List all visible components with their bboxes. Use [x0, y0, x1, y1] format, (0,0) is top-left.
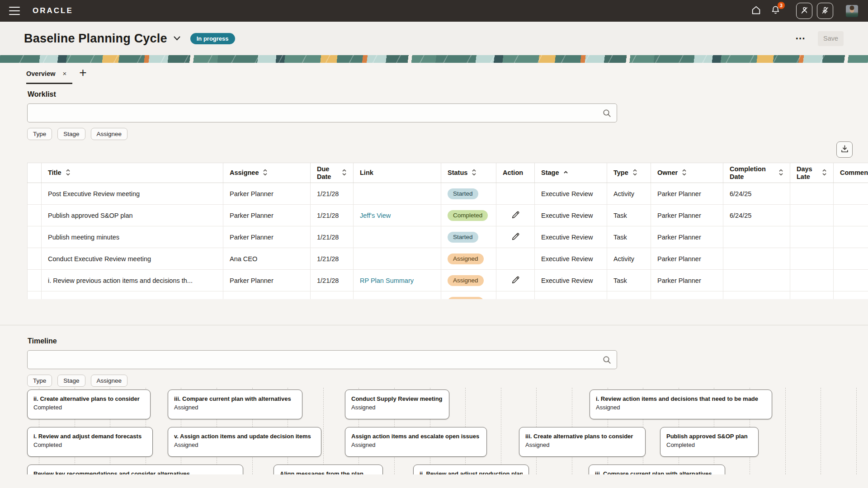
column-header-due_date[interactable]: Due Date — [311, 163, 354, 183]
add-tab-button[interactable]: + — [79, 66, 86, 80]
overflow-menu-button[interactable]: ⋯ — [795, 33, 806, 43]
filter-chip-stage[interactable]: Stage — [57, 128, 85, 140]
timeline-card[interactable]: iii. Compare current plan with alternati… — [589, 465, 725, 474]
tab-overview[interactable]: Overview × — [26, 70, 66, 77]
table-row[interactable]: i. Review previous action items and deci… — [28, 270, 868, 291]
column-header-completion_date[interactable]: Completion Date — [723, 163, 790, 183]
timeline-card-title: Align messages from the plan — [280, 469, 377, 474]
table-row[interactable]: Post Executive Review meetingParker Plan… — [28, 183, 868, 205]
timeline-search — [27, 350, 617, 369]
cell-link — [354, 183, 441, 205]
page-header: Baseline Planning Cycle In progress ⋯ Sa… — [0, 22, 868, 55]
edit-pencil-button[interactable] — [511, 211, 520, 221]
timeline-card-status: Assigned — [351, 403, 443, 412]
cell-type: Task — [607, 270, 651, 291]
worklist-search-input[interactable] — [27, 103, 617, 122]
column-label: Due Date — [317, 165, 338, 180]
cell-type: Activity — [607, 248, 651, 270]
column-label: Type — [613, 169, 628, 177]
row-link[interactable]: RP Plan Summary — [360, 277, 414, 284]
column-header-title[interactable]: Title — [42, 163, 223, 183]
oracle-logo: ORACLE — [33, 6, 73, 15]
timeline-card[interactable]: ii. Create alternative plans to consider… — [27, 389, 151, 419]
cell-due_date: 1/21/28 — [311, 248, 354, 270]
sort-ascending-icon[interactable] — [563, 169, 568, 178]
hamburger-menu-icon[interactable] — [9, 7, 20, 15]
table-row[interactable]: Conduct Executive Review meetingAna CEO1… — [28, 248, 868, 270]
cell-stage: Executive Review — [535, 183, 607, 205]
timeline-gridline — [501, 388, 501, 474]
column-label: Stage — [541, 169, 559, 177]
edit-pencil-button[interactable] — [511, 276, 520, 286]
filter-chip-type[interactable]: Type — [27, 375, 52, 387]
status-pill-assigned: Assigned — [448, 297, 484, 300]
timeline-card[interactable]: Assign action items and escalate open is… — [345, 427, 487, 457]
tab-close-icon[interactable]: × — [63, 70, 67, 77]
filter-chip-stage[interactable]: Stage — [57, 375, 85, 387]
mic-slash-icon — [820, 5, 830, 17]
column-label: Owner — [657, 169, 678, 177]
column-header-stage[interactable]: Stage — [535, 163, 607, 183]
sort-icon[interactable] — [472, 169, 476, 178]
column-header-type[interactable]: Type — [607, 163, 651, 183]
timeline-card-status: Assigned — [174, 441, 315, 449]
timeline-card[interactable]: v. Assign action items and update decisi… — [168, 427, 321, 457]
edit-pencil-button[interactable] — [511, 232, 520, 242]
column-header-days_late[interactable]: Days Late — [790, 163, 834, 183]
person-slash-icon — [799, 5, 809, 17]
cell-owner: Parker Planner — [651, 248, 723, 270]
cell-title: Conduct Executive Review meeting — [42, 248, 223, 270]
chevron-down-icon — [174, 35, 180, 42]
timeline-card[interactable]: Conduct Supply Review meetingAssigned — [345, 389, 449, 419]
user-avatar[interactable] — [846, 5, 858, 17]
timeline-card[interactable]: Align messages from the plan — [274, 465, 383, 474]
timeline-card[interactable]: Publish approved S&OP planCompleted — [660, 427, 759, 457]
row-link[interactable]: Jeff's View — [360, 212, 391, 219]
download-button[interactable] — [836, 141, 853, 158]
filter-chip-assignee[interactable]: Assignee — [91, 128, 128, 140]
home-button[interactable] — [751, 5, 761, 17]
assistant-button[interactable] — [796, 3, 812, 19]
column-header-assignee[interactable]: Assignee — [223, 163, 311, 183]
timeline-card[interactable]: i. Review and adjust demand forecastsCom… — [27, 427, 153, 457]
cell-assignee: Parker Planner — [223, 270, 311, 291]
table-row[interactable]: Assigned — [28, 291, 868, 300]
worklist-filter-bar: TypeStageAssignee — [27, 128, 868, 140]
table-row[interactable]: Publish approved S&OP planParker Planner… — [28, 205, 868, 226]
voice-assistant-button[interactable] — [817, 3, 833, 19]
title-dropdown-button[interactable] — [174, 35, 180, 42]
timeline-card[interactable]: Review key recommendations and consider … — [27, 465, 243, 474]
timeline-card[interactable]: iii. Create alternative plans to conside… — [519, 427, 646, 457]
save-button[interactable]: Save — [818, 31, 844, 46]
sort-icon[interactable] — [66, 169, 71, 178]
sort-icon[interactable] — [682, 169, 687, 178]
filter-chip-type[interactable]: Type — [27, 128, 52, 140]
cell-days_late — [790, 183, 834, 205]
filter-chip-assignee[interactable]: Assignee — [91, 375, 128, 387]
cell-type: Activity — [607, 183, 651, 205]
sort-icon[interactable] — [822, 169, 827, 178]
cell-stage: Executive Review — [535, 270, 607, 291]
status-badge: In progress — [190, 33, 235, 44]
timeline-search-input[interactable] — [27, 350, 617, 369]
timeline-card[interactable]: iii. Compare current plan with alternati… — [168, 389, 302, 419]
cell-assignee: Ana CEO — [223, 248, 311, 270]
timeline-card[interactable]: i. Review action items and decisions tha… — [590, 389, 772, 419]
status-pill-started: Started — [448, 188, 478, 199]
timeline-card-status: Assigned — [351, 441, 481, 449]
worklist-heading: Worklist — [28, 90, 868, 99]
cell-assignee: Parker Planner — [223, 226, 311, 248]
sort-icon[interactable] — [263, 169, 268, 178]
cell-owner: Parker Planner — [651, 270, 723, 291]
timeline-card[interactable]: ii. Review and adjust production plans — [413, 465, 529, 474]
sort-icon[interactable] — [342, 169, 347, 178]
column-header-status[interactable]: Status — [441, 163, 496, 183]
timeline-gridline — [821, 388, 821, 474]
column-header-owner[interactable]: Owner — [651, 163, 723, 183]
tab-label: Overview — [26, 70, 56, 77]
sort-icon[interactable] — [778, 169, 783, 178]
sort-icon[interactable] — [632, 169, 637, 178]
cell-link — [354, 226, 441, 248]
table-row[interactable]: Publish meeting minutesParker Planner1/2… — [28, 226, 868, 248]
cell-assignee: Parker Planner — [223, 205, 311, 226]
